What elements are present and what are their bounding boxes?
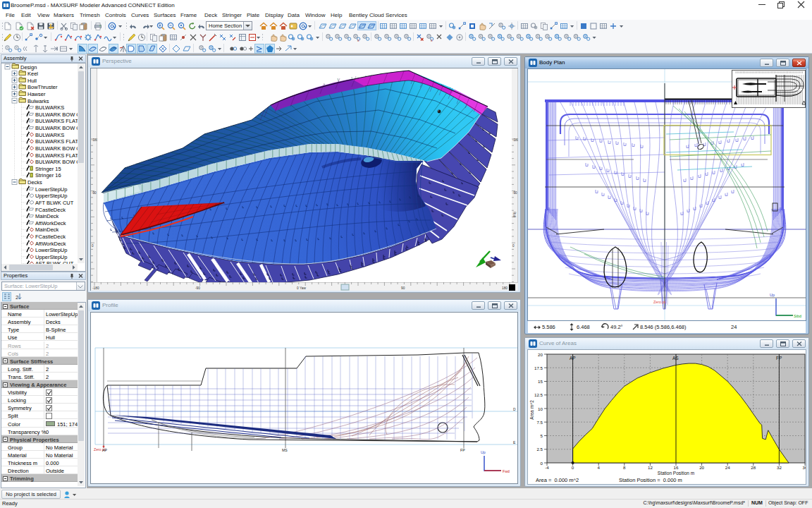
svg-text:-4: -4	[545, 465, 549, 470]
svg-text:BULWARKS FLAT: BULWARKS FLAT	[35, 138, 78, 145]
svg-text:LowerStepUp: LowerStepUp	[35, 247, 67, 253]
svg-text:-180: -180	[512, 138, 518, 142]
svg-text:Stringer 15: Stringer 15	[35, 166, 61, 172]
svg-text:8: 8	[623, 465, 626, 470]
svg-text:MS: MS	[282, 448, 288, 452]
svg-text:AftWorkDeck: AftWorkDeck	[35, 241, 66, 247]
svg-text:BULWARKS: BULWARKS	[35, 104, 64, 111]
svg-text:AP: AP	[102, 448, 107, 452]
svg-text:180: 180	[502, 286, 508, 290]
svg-text:12: 12	[648, 465, 653, 470]
svg-text:Up: Up	[481, 450, 486, 454]
svg-text:7.5: 7.5	[536, 420, 543, 425]
svg-text:Decks: Decks	[27, 179, 42, 186]
svg-text:16: 16	[674, 465, 679, 470]
svg-text:-180: -180	[92, 286, 99, 290]
svg-text:36: 36	[803, 465, 806, 470]
svg-text:0: 0	[541, 461, 543, 466]
svg-text:0: 0	[572, 465, 574, 470]
svg-text:BULWARKS: BULWARKS	[35, 132, 64, 138]
svg-text:Stringer 16: Stringer 16	[35, 172, 61, 179]
svg-text:BULWARKS FLAT: BULWARKS FLAT	[35, 118, 78, 124]
svg-text:2.5: 2.5	[536, 447, 543, 452]
svg-text:x: x	[431, 38, 433, 42]
svg-text:5: 5	[541, 433, 543, 438]
svg-text:Stbd: Stbd	[794, 314, 801, 318]
svg-text:BULWARK BOW CO: BULWARK BOW CO	[35, 159, 78, 165]
svg-text:BULWARK BOW CO: BULWARK BOW CO	[35, 145, 78, 152]
svg-text:Area m^2: Area m^2	[529, 400, 534, 420]
svg-text:BowThruster: BowThruster	[27, 84, 58, 90]
svg-text:0: 0	[92, 244, 94, 248]
svg-text:-90: -90	[195, 286, 200, 290]
svg-text:Station Position m: Station Position m	[658, 471, 694, 476]
svg-text:LowerStepUp: LowerStepUp	[35, 186, 67, 193]
svg-text:Hull: Hull	[27, 78, 37, 84]
svg-text:AFT BLWK CUT: AFT BLWK CUT	[35, 200, 74, 206]
svg-text:Up: Up	[770, 293, 775, 297]
svg-text:AP: AP	[570, 356, 576, 361]
svg-text:MainDeck: MainDeck	[35, 226, 59, 233]
svg-text:Design: Design	[20, 64, 37, 71]
svg-text:D: D	[513, 407, 516, 411]
svg-text:10: 10	[538, 406, 543, 411]
svg-text:32: 32	[777, 465, 782, 470]
svg-text:Fwd: Fwd	[503, 469, 510, 473]
svg-text:12.5: 12.5	[534, 392, 543, 397]
svg-text:90: 90	[401, 286, 405, 290]
svg-text:15: 15	[538, 379, 543, 384]
svg-text:x: x	[357, 38, 359, 42]
svg-text:BULWARK BOW CO: BULWARK BOW CO	[35, 125, 78, 131]
svg-text:FP: FP	[776, 356, 782, 361]
svg-text:20: 20	[699, 465, 704, 470]
svg-text:BULWARK BOW CO: BULWARK BOW CO	[35, 111, 78, 118]
svg-text:UpperStepUp: UpperStepUp	[35, 193, 67, 199]
svg-text:Zero pt.: Zero pt.	[653, 300, 667, 304]
svg-text:-90: -90	[92, 191, 97, 195]
svg-text:-90: -90	[512, 191, 517, 195]
svg-text:4: 4	[597, 465, 600, 470]
svg-text:AS: AS	[672, 356, 679, 361]
svg-text:UpperStepUp: UpperStepUp	[35, 254, 67, 260]
svg-text:0: 0	[512, 244, 515, 248]
svg-text:24: 24	[725, 465, 730, 470]
svg-text:0 Yaw: 0 Yaw	[297, 286, 306, 290]
svg-text:Keel: Keel	[27, 71, 38, 77]
svg-text:E: E	[513, 440, 516, 445]
svg-text:MainDeck: MainDeck	[35, 213, 59, 219]
svg-text:-180: -180	[92, 138, 97, 142]
svg-text:17.5: 17.5	[534, 365, 543, 370]
svg-text:FP: FP	[460, 448, 465, 452]
svg-text:BULWARKS FLAT: BULWARKS FLAT	[35, 152, 78, 159]
svg-text:28: 28	[751, 465, 756, 470]
svg-text:Hawser: Hawser	[27, 91, 46, 97]
svg-text:FCastleDeck: FCastleDeck	[35, 234, 66, 240]
svg-text:Bulwarks: Bulwarks	[27, 98, 49, 104]
svg-text:FCastleDeck: FCastleDeck	[35, 207, 66, 213]
svg-text:AftWorkDeck: AftWorkDeck	[35, 220, 66, 226]
svg-text:20: 20	[538, 352, 543, 357]
